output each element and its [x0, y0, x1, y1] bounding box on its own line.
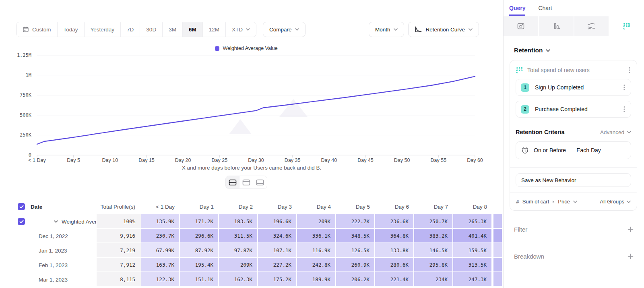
retention-value-cell: 280.6K: [375, 258, 414, 272]
save-as-new-behavior-button[interactable]: Save as New Behavior: [516, 173, 631, 187]
retention-value-cell: 234K: [414, 272, 453, 287]
retention-line-chart: 1.25M1M750K500K250K0< 1 DayDay 5Day 10Da…: [0, 52, 503, 168]
split-view-button[interactable]: [226, 176, 239, 189]
retention-timing-dropdown[interactable]: On or Before Each Day: [516, 141, 631, 159]
icon-tab-retention-dots[interactable]: [609, 16, 644, 36]
retention-value-cell: 97.87K: [219, 243, 258, 258]
criteria-mode-dropdown[interactable]: Advanced: [600, 129, 631, 135]
measure-property-dropdown[interactable]: # Sum of cart Price: [516, 199, 577, 205]
chart-only-view-button[interactable]: [239, 176, 253, 189]
step-number-badge: 2: [521, 105, 529, 114]
range-3m[interactable]: 3M: [163, 22, 183, 37]
retention-value-cell: 364.8K: [375, 229, 414, 243]
table-row: Feb 1, 20237,912163.7K195.4K209K227.2K24…: [0, 258, 503, 272]
retention-curve-icon: [415, 26, 422, 33]
svg-text:Day 60: Day 60: [467, 157, 483, 163]
range-yesterday[interactable]: Yesterday: [85, 22, 121, 37]
icon-tab-flow[interactable]: [574, 16, 610, 36]
svg-text:< 1 Day: < 1 Day: [28, 157, 46, 163]
column-header-day-3: Day 3: [258, 199, 297, 214]
retention-value-cell: 189.9K: [297, 272, 336, 287]
clipped-next-column-cell: [493, 243, 502, 258]
range-7d[interactable]: 7D: [121, 22, 140, 37]
tab-query[interactable]: Query: [509, 0, 525, 16]
svg-text:1.25M: 1.25M: [17, 52, 31, 58]
behavior-step[interactable]: 1 Sign Up Completed: [516, 79, 631, 96]
column-header-day-2: Day 2: [219, 199, 258, 214]
caret-right-icon: [552, 200, 555, 203]
line-chart-icon: [517, 22, 525, 30]
retention-value-cell: 195.4K: [180, 258, 219, 272]
retention-value-cell: 227.2K: [258, 258, 297, 272]
column-header--1-day: < 1 Day: [141, 199, 180, 214]
add-breakdown-button[interactable]: [627, 253, 634, 259]
report-type-dropdown[interactable]: Retention: [514, 47, 644, 54]
retention-value-cell: 206.2K: [336, 272, 375, 287]
retention-value-cell: 135.9K: [141, 214, 180, 229]
retention-value-cell: 183.5K: [219, 214, 258, 229]
retention-dots-icon: [516, 66, 523, 74]
measure-path-label: Sum of cart: [522, 199, 549, 205]
row-checkbox[interactable]: [18, 218, 25, 225]
range-custom[interactable]: Custom: [17, 22, 58, 37]
step-menu-button[interactable]: [623, 83, 626, 91]
retention-value-cell: 209K: [219, 258, 258, 272]
chart-type-button[interactable]: Retention Curve: [408, 22, 479, 37]
retention-value-cell: 242.8K: [297, 258, 336, 272]
behavior-card: Total spend of new users 1 Sign Up Compl…: [510, 60, 637, 211]
chevron-down-icon: [246, 28, 250, 31]
icon-tab-line-chart[interactable]: [504, 16, 539, 36]
chevron-down-icon: [546, 49, 550, 52]
report-type-label: Retention: [514, 47, 543, 54]
svg-text:500K: 500K: [20, 112, 32, 118]
behavior-card-header: Total spend of new users: [516, 66, 631, 74]
clipped-next-column-cell: [493, 229, 502, 243]
svg-text:750K: 750K: [20, 92, 32, 98]
behavior-step[interactable]: 2 Purchase Completed: [516, 101, 631, 118]
select-all-checkbox[interactable]: [18, 203, 25, 210]
all-groups-dropdown[interactable]: All Groups: [600, 199, 631, 205]
svg-text:Day 35: Day 35: [285, 157, 301, 163]
retention-value-cell: 296.6K: [180, 229, 219, 243]
range-xtd[interactable]: XTD: [226, 22, 256, 37]
breakdown-label: Breakdown: [514, 253, 544, 260]
chevron-down-icon: [627, 131, 631, 133]
toolbar: CustomTodayYesterday7D30D3M6M12MXTD Comp…: [16, 22, 479, 37]
alarm-clock-icon: [521, 147, 529, 154]
behavior-title: Total spend of new users: [527, 67, 624, 73]
chevron-down-icon: [627, 201, 631, 203]
svg-text:Day 15: Day 15: [138, 157, 155, 163]
svg-text:Day 25: Day 25: [212, 157, 228, 163]
retention-value-cell: 122.3K: [141, 272, 180, 287]
timing-secondary-label: Each Day: [576, 147, 601, 153]
range-6m[interactable]: 6M: [183, 22, 203, 37]
card-divider: [510, 167, 637, 168]
compare-label: Compare: [269, 27, 292, 33]
tab-chart[interactable]: Chart: [538, 0, 552, 16]
chevron-down-icon: [469, 28, 473, 31]
check-icon: [19, 220, 24, 224]
retention-value-cell: 162.3K: [219, 272, 258, 287]
granularity-button[interactable]: Month: [369, 22, 405, 37]
view-toggle-group: [0, 176, 493, 189]
compare-button[interactable]: Compare: [263, 22, 306, 37]
table-header-row: Date Total Profile(s)< 1 DayDay 1Day 2Da…: [0, 199, 503, 214]
table-only-view-button[interactable]: [253, 176, 267, 189]
table-row: Mar 1, 20238,115122.3K151.1K162.3K175.2K…: [0, 272, 503, 287]
column-header-day-4: Day 4: [297, 199, 336, 214]
svg-text:Day 55: Day 55: [431, 157, 447, 163]
step-menu-button[interactable]: [623, 105, 626, 113]
behavior-menu-button[interactable]: [628, 66, 631, 74]
retention-value-cell: 348.5K: [336, 229, 375, 243]
step-number-badge: 1: [521, 83, 529, 92]
retention-value-cell: 163.7K: [141, 258, 180, 272]
add-filter-button[interactable]: [627, 226, 634, 232]
total-profiles-cell: 100%: [97, 214, 141, 229]
retention-value-cell: 107.1K: [258, 243, 297, 258]
range-today[interactable]: Today: [58, 22, 85, 37]
range-30d[interactable]: 30D: [140, 22, 163, 37]
range-12m[interactable]: 12M: [203, 22, 226, 37]
icon-tab-bar-chart[interactable]: [539, 16, 574, 36]
retention-criteria-row: Retention Criteria Advanced: [516, 129, 631, 135]
expand-row-chevron-icon[interactable]: [54, 220, 58, 223]
